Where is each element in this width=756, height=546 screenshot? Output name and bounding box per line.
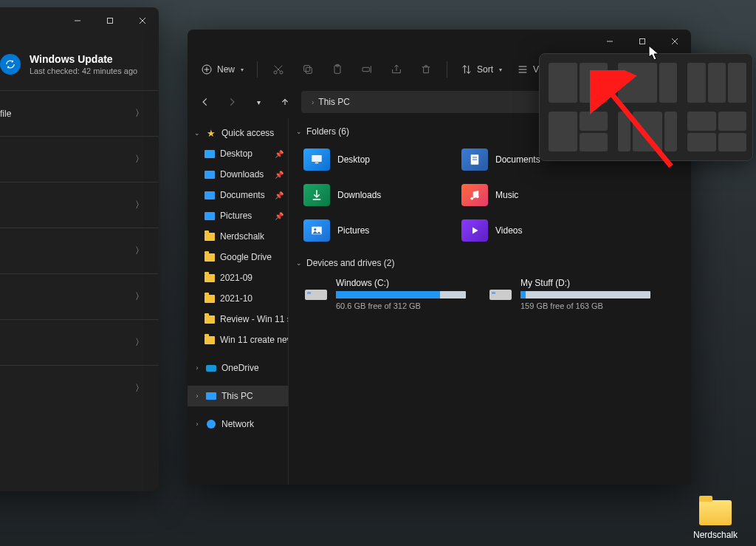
sidebar-item[interactable]: Pictures📌 (188, 205, 288, 226)
drive-name: Windows (C:) (336, 278, 466, 288)
forward-button[interactable] (221, 92, 242, 112)
settings-row[interactable]: 〉 (0, 273, 159, 319)
chevron-right-icon: 〉 (135, 336, 144, 349)
section-folders-label: Folders (6) (306, 126, 349, 137)
minimize-button[interactable] (61, 10, 94, 32)
chevron-right-icon: 〉 (135, 382, 144, 395)
sidebar-item[interactable]: 2021-10 (188, 288, 288, 309)
documents-folder-icon (461, 149, 488, 171)
chevron-right-icon: 〉 (135, 199, 144, 211)
file-explorer-window: New ▾ Sort ▾ View ▾ ▾ (188, 30, 691, 485)
chevron-right-icon: 〉 (135, 107, 144, 120)
close-button[interactable] (126, 10, 159, 32)
settings-row[interactable]: 〉 (0, 319, 159, 365)
back-button[interactable] (195, 92, 216, 112)
windows-update-icon (0, 54, 21, 75)
sidebar-item[interactable]: Review - Win 11 st (188, 309, 288, 330)
svg-marker-36 (472, 228, 478, 234)
sidebar-item[interactable]: Downloads📌 (188, 164, 288, 185)
sidebar-item[interactable]: Nerdschalk (188, 226, 288, 247)
onedrive-node[interactable]: › OneDrive (188, 358, 288, 378)
chevron-down-icon: ▾ (499, 66, 502, 73)
copy-button[interactable] (295, 57, 321, 82)
network-node[interactable]: › Network (188, 414, 288, 434)
divider (447, 61, 447, 78)
rename-button[interactable] (354, 57, 380, 82)
maximize-button[interactable] (94, 10, 126, 32)
sidebar-item[interactable]: Win 11 create new (188, 330, 288, 350)
close-button[interactable] (659, 30, 691, 52)
svg-rect-16 (304, 66, 310, 72)
share-button[interactable] (383, 57, 410, 82)
collapse-icon: ⌄ (296, 259, 302, 267)
snap-layout-option[interactable] (618, 112, 677, 151)
drive-icon (303, 278, 329, 300)
folder-icon (204, 148, 216, 160)
sidebar-item-label: Win 11 create new (220, 335, 288, 345)
star-icon: ★ (205, 127, 217, 139)
sidebar-item[interactable]: Desktop📌 (188, 143, 288, 164)
cloud-icon (205, 362, 217, 374)
desktop-folder-icon[interactable]: Nerdschalk (690, 500, 741, 540)
new-button[interactable]: New ▾ (195, 57, 250, 82)
chevron-down-icon: ▾ (241, 66, 244, 73)
drive-tile[interactable]: My Stuff (D:)159 GB free of 163 GB (488, 278, 650, 310)
settings-row[interactable]: 〉 (0, 136, 159, 182)
divider (257, 61, 258, 78)
content-pane: ⌄ Folders (6) DesktopDocumentsDownloadsM… (288, 118, 691, 485)
sidebar-item-label: Documents (220, 190, 265, 200)
new-button-label: New (217, 64, 235, 75)
minimize-button[interactable] (594, 30, 626, 52)
chevron-right-icon: 〉 (135, 153, 144, 165)
settings-window: Windows Update Last checked: 42 minutes … (0, 7, 159, 491)
folder-tile[interactable]: Videos (461, 216, 609, 245)
svg-rect-1 (108, 18, 113, 24)
delete-button[interactable] (413, 57, 439, 82)
sort-button[interactable]: Sort ▾ (455, 57, 508, 82)
sidebar-item-label: Review - Win 11 st (220, 314, 288, 324)
collapse-icon: ⌄ (193, 129, 201, 137)
folder-tile[interactable]: Downloads (303, 180, 451, 210)
settings-row[interactable]: file 〉 (0, 90, 159, 136)
quick-access-node[interactable]: ⌄ ★ Quick access (188, 123, 288, 143)
section-drives[interactable]: ⌄ Devices and drives (2) (296, 253, 684, 273)
snap-layout-option[interactable] (549, 63, 608, 103)
sidebar-item[interactable]: Documents📌 (188, 185, 288, 205)
recent-locations-button[interactable]: ▾ (248, 92, 269, 112)
up-button[interactable] (275, 92, 295, 112)
navigation-pane: ⌄ ★ Quick access Desktop📌Downloads📌Docum… (188, 118, 288, 485)
snap-layout-option[interactable] (618, 63, 677, 103)
breadcrumb-separator-icon: › (312, 98, 314, 106)
maximize-button[interactable] (626, 30, 659, 52)
folder-icon (204, 189, 216, 201)
snap-layout-option[interactable] (687, 112, 746, 151)
sort-button-label: Sort (477, 64, 493, 75)
network-icon (205, 418, 217, 430)
sidebar-item[interactable]: Google Drive (188, 247, 288, 267)
snap-layout-option[interactable] (687, 63, 746, 103)
settings-row[interactable]: 〉 (0, 228, 159, 273)
quick-access-label: Quick access (221, 128, 274, 138)
folder-label: Documents (495, 154, 540, 165)
folder-tile[interactable]: Desktop (303, 145, 451, 174)
expand-icon: › (193, 392, 201, 400)
downloads-folder-icon (303, 184, 330, 206)
folder-icon (204, 210, 216, 222)
desktop-folder-label: Nerdschalk (690, 530, 741, 540)
expand-icon: › (193, 364, 201, 372)
this-pc-node[interactable]: › This PC (188, 386, 288, 406)
paste-button[interactable] (324, 57, 351, 82)
pictures-folder-icon (303, 219, 330, 242)
drive-tile[interactable]: Windows (C:)60.6 GB free of 312 GB (303, 278, 466, 310)
folder-tile[interactable]: Pictures (303, 216, 451, 245)
folder-tile[interactable]: Music (461, 180, 609, 210)
pin-icon: 📌 (275, 191, 284, 199)
windows-update-subtitle: Last checked: 42 minutes ago (30, 66, 137, 75)
settings-row[interactable]: 〉 (0, 365, 159, 411)
settings-row[interactable]: 〉 (0, 182, 159, 228)
breadcrumb-location[interactable]: This PC (318, 97, 350, 107)
snap-layout-option[interactable] (549, 112, 608, 151)
sidebar-item[interactable]: 2021-09 (188, 267, 288, 288)
cut-button[interactable] (265, 57, 292, 82)
explorer-titlebar (188, 30, 691, 53)
